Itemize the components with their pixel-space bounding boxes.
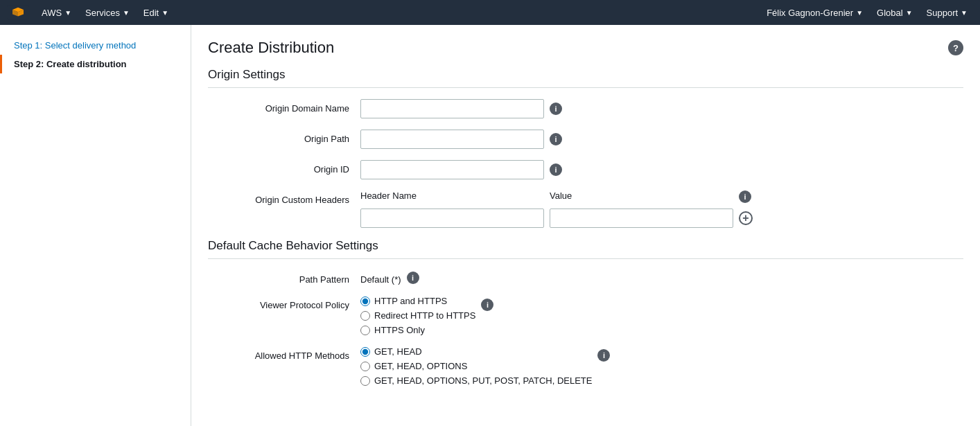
path-pattern-value: Default (*) <box>360 270 401 285</box>
allowed-http-methods-label: Allowed HTTP Methods <box>208 346 360 361</box>
http-methods-all[interactable]: GET, HEAD, OPTIONS, PUT, POST, PATCH, DE… <box>360 375 592 386</box>
region-menu-button[interactable]: Global ▼ <box>871 5 918 21</box>
page-title-row: Create Distribution ? <box>208 39 963 57</box>
aws-logo <box>7 3 29 22</box>
viewer-protocol-policy-row: Viewer Protocol Policy HTTP and HTTPS Re… <box>208 296 963 335</box>
custom-headers-area: Header Name Value i + <box>360 190 753 228</box>
cache-settings-section-title: Default Cache Behavior Settings <box>208 239 963 259</box>
page-layout: Step 1: Select delivery method Step 2: C… <box>0 25 980 426</box>
origin-path-control: i <box>360 130 963 149</box>
value-col-label: Value <box>550 190 733 203</box>
nav-left: AWS ▼ Services ▼ Edit ▼ <box>7 3 174 22</box>
user-caret-icon: ▼ <box>856 9 863 17</box>
edit-caret-icon: ▼ <box>161 9 168 17</box>
origin-custom-headers-control: Header Name Value i + <box>360 190 963 228</box>
origin-id-control: i <box>360 160 963 179</box>
sidebar: Step 1: Select delivery method Step 2: C… <box>0 25 191 426</box>
services-caret-icon: ▼ <box>123 9 130 17</box>
origin-domain-name-label: Origin Domain Name <box>208 99 360 114</box>
main-content: Create Distribution ? Origin Settings Or… <box>191 25 980 426</box>
viewer-protocol-info-icon[interactable]: i <box>481 299 493 311</box>
aws-caret-icon: ▼ <box>64 9 71 17</box>
origin-path-info-icon[interactable]: i <box>550 133 562 145</box>
viewer-protocol-https-only-radio[interactable] <box>360 326 370 335</box>
support-menu-button[interactable]: Support ▼ <box>921 5 973 21</box>
http-methods-all-radio[interactable] <box>360 376 370 386</box>
allowed-http-methods-control: GET, HEAD GET, HEAD, OPTIONS GET, HEAD, … <box>360 346 963 386</box>
origin-settings-section-title: Origin Settings <box>208 68 963 88</box>
allowed-http-methods-row: Allowed HTTP Methods GET, HEAD GET, HEAD… <box>208 346 963 386</box>
header-name-col-label: Header Name <box>360 190 544 203</box>
viewer-protocol-http-https[interactable]: HTTP and HTTPS <box>360 296 475 306</box>
sidebar-item-step1[interactable]: Step 1: Select delivery method <box>0 36 191 55</box>
origin-domain-name-input[interactable] <box>360 99 544 118</box>
origin-custom-headers-label: Origin Custom Headers <box>208 190 360 205</box>
aws-menu-button[interactable]: AWS ▼ <box>36 5 77 21</box>
support-caret-icon: ▼ <box>961 9 968 17</box>
http-methods-get-head[interactable]: GET, HEAD <box>360 346 592 357</box>
custom-headers-info-icon[interactable]: i <box>739 190 751 203</box>
origin-path-row: Origin Path i <box>208 130 963 149</box>
origin-path-input[interactable] <box>360 130 544 149</box>
viewer-protocol-redirect-https[interactable]: Redirect HTTP to HTTPS <box>360 310 475 321</box>
path-pattern-control: Default (*) i <box>360 270 963 285</box>
http-methods-get-head-radio[interactable] <box>360 347 370 357</box>
viewer-protocol-policy-control: HTTP and HTTPS Redirect HTTP to HTTPS HT… <box>360 296 963 335</box>
viewer-protocol-http-https-radio[interactable] <box>360 296 370 306</box>
page-title: Create Distribution <box>208 39 334 57</box>
custom-headers-labels: Header Name Value i <box>360 190 753 203</box>
help-icon[interactable]: ? <box>948 40 963 55</box>
http-methods-get-head-options[interactable]: GET, HEAD, OPTIONS <box>360 361 592 371</box>
viewer-protocol-policy-label: Viewer Protocol Policy <box>208 296 360 310</box>
allowed-http-methods-info-icon[interactable]: i <box>597 349 610 362</box>
origin-path-label: Origin Path <box>208 130 360 144</box>
header-value-input[interactable] <box>550 208 733 228</box>
allowed-http-methods-radio-group: GET, HEAD GET, HEAD, OPTIONS GET, HEAD, … <box>360 346 592 386</box>
edit-menu-button[interactable]: Edit ▼ <box>138 5 174 21</box>
origin-id-info-icon[interactable]: i <box>550 163 562 176</box>
origin-id-label: Origin ID <box>208 160 360 175</box>
custom-headers-inputs: + <box>360 208 753 228</box>
origin-id-input[interactable] <box>360 160 544 179</box>
region-caret-icon: ▼ <box>906 9 913 17</box>
services-menu-button[interactable]: Services ▼ <box>80 5 135 21</box>
add-header-button[interactable]: + <box>739 211 753 225</box>
path-pattern-label: Path Pattern <box>208 270 360 285</box>
origin-custom-headers-row: Origin Custom Headers Header Name Value … <box>208 190 963 228</box>
origin-domain-name-row: Origin Domain Name i <box>208 99 963 118</box>
top-navigation: AWS ▼ Services ▼ Edit ▼ Félix Gagnon-Gre… <box>0 0 980 25</box>
path-pattern-info-icon[interactable]: i <box>407 272 419 284</box>
viewer-protocol-radio-group: HTTP and HTTPS Redirect HTTP to HTTPS HT… <box>360 296 475 335</box>
http-methods-get-head-options-radio[interactable] <box>360 362 370 371</box>
origin-domain-name-info-icon[interactable]: i <box>550 103 562 115</box>
header-name-input[interactable] <box>360 208 544 228</box>
nav-right: Félix Gagnon-Grenier ▼ Global ▼ Support … <box>761 5 973 21</box>
origin-id-row: Origin ID i <box>208 160 963 179</box>
origin-domain-name-control: i <box>360 99 963 118</box>
path-pattern-row: Path Pattern Default (*) i <box>208 270 963 285</box>
sidebar-item-step2[interactable]: Step 2: Create distribution <box>0 55 191 73</box>
viewer-protocol-https-only[interactable]: HTTPS Only <box>360 325 475 335</box>
viewer-protocol-redirect-https-radio[interactable] <box>360 311 370 321</box>
user-menu-button[interactable]: Félix Gagnon-Grenier ▼ <box>761 5 868 21</box>
